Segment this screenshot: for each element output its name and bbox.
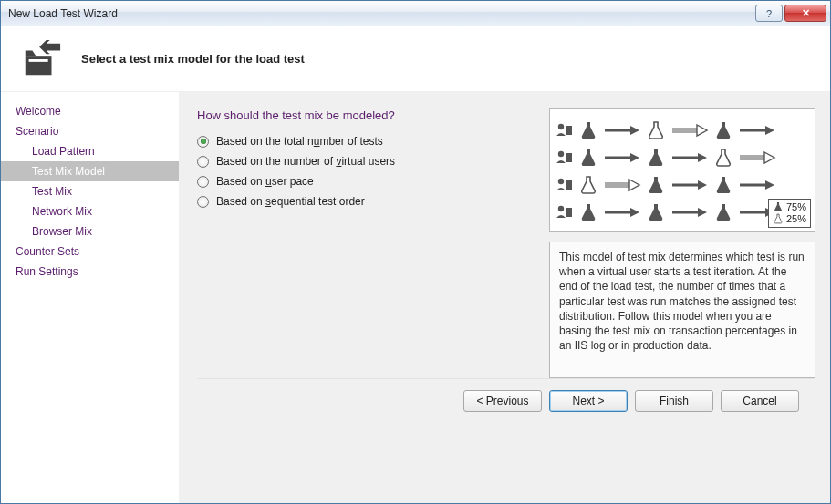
user-icon [556, 122, 574, 139]
radio-icon [197, 156, 209, 168]
arrow-icon [603, 148, 641, 168]
close-icon: ✕ [802, 7, 810, 19]
user-icon [556, 177, 574, 193]
flask-icon [773, 201, 784, 212]
sidebar-item-welcome[interactable]: Welcome [1, 101, 179, 121]
flask-icon [578, 120, 598, 140]
description-text: This model of test mix determines which … [549, 242, 815, 378]
sidebar-item-scenario[interactable]: Scenario [1, 121, 179, 141]
cancel-button[interactable]: Cancel [721, 390, 799, 412]
next-button[interactable]: Next > [549, 390, 628, 412]
page-title: Select a test mix model for the load tes… [81, 52, 305, 66]
arrow-icon [670, 202, 709, 222]
options-column: How should the test mix be modeled? Base… [197, 108, 542, 378]
flask-icon [713, 120, 733, 140]
illustration-column: 75% 25% This model of test mix determine… [549, 108, 815, 378]
sidebar-item-test-mix-model[interactable]: Test Mix Model [1, 161, 179, 181]
option-total-tests[interactable]: Based on the total number of tests [197, 135, 542, 148]
sidebar-item-run-settings[interactable]: Run Settings [1, 262, 179, 282]
flask-icon [578, 148, 598, 168]
arrow-icon [670, 148, 709, 168]
wizard-body: Welcome Scenario Load Pattern Test Mix M… [1, 92, 830, 503]
flask-icon [713, 202, 733, 222]
wizard-header: Select a test mix model for the load tes… [1, 26, 830, 92]
wizard-icon [17, 36, 65, 83]
user-icon [556, 204, 574, 221]
radio-icon [197, 176, 209, 188]
sidebar-item-browser-mix[interactable]: Browser Mix [1, 221, 179, 242]
arrow-outline-icon [738, 148, 776, 168]
sidebar-item-test-mix[interactable]: Test Mix [1, 181, 179, 201]
previous-button[interactable]: < Previous [463, 390, 542, 412]
flask-icon [578, 202, 598, 222]
svg-rect-1 [29, 59, 48, 62]
help-icon: ? [766, 8, 772, 19]
test-mix-illustration: 75% 25% [549, 108, 815, 232]
wizard-footer: < Previous Next > Finish Cancel [197, 378, 815, 422]
flask-icon [646, 175, 666, 195]
option-user-pace[interactable]: Based on user pace [197, 175, 542, 188]
sidebar-item-load-pattern[interactable]: Load Pattern [1, 141, 179, 161]
percent-legend: 75% 25% [768, 199, 811, 228]
sidebar-item-counter-sets[interactable]: Counter Sets [1, 242, 179, 262]
user-icon [556, 149, 574, 166]
content-top: How should the test mix be modeled? Base… [197, 108, 815, 378]
flask-icon [646, 148, 666, 168]
radio-icon [197, 136, 209, 148]
option-label: Based on the number of virtual users [216, 155, 395, 168]
arrow-outline-icon [603, 175, 641, 195]
wizard-window: New Load Test Wizard ? ✕ Select a test m… [0, 0, 831, 504]
arrow-icon [738, 120, 776, 140]
flask-icon [713, 175, 733, 195]
arrow-outline-icon [670, 120, 709, 140]
flask-outline-icon [773, 213, 784, 224]
flask-outline-icon [578, 175, 598, 195]
svg-rect-0 [26, 56, 52, 75]
option-virtual-users[interactable]: Based on the number of virtual users [197, 155, 542, 168]
option-label: Based on sequential test order [216, 195, 365, 208]
wizard-content: How should the test mix be modeled? Base… [179, 92, 830, 503]
option-sequential[interactable]: Based on sequential test order [197, 195, 542, 208]
flask-outline-icon [646, 120, 666, 140]
radio-icon [197, 196, 209, 208]
option-label: Based on the total number of tests [216, 135, 383, 148]
titlebar: New Load Test Wizard ? ✕ [1, 1, 830, 26]
question-label: How should the test mix be modeled? [197, 108, 542, 122]
arrow-icon [738, 175, 776, 195]
flask-outline-icon [713, 148, 733, 168]
option-label: Based on user pace [216, 175, 314, 188]
close-button[interactable]: ✕ [784, 5, 826, 22]
flask-icon [646, 202, 666, 222]
finish-button[interactable]: Finish [635, 390, 713, 412]
sidebar-item-network-mix[interactable]: Network Mix [1, 201, 179, 221]
arrow-icon [603, 120, 641, 140]
window-title: New Load Test Wizard [8, 7, 753, 20]
wizard-sidebar: Welcome Scenario Load Pattern Test Mix M… [1, 92, 179, 503]
arrow-icon [670, 175, 709, 195]
help-button[interactable]: ? [755, 5, 783, 22]
arrow-icon [603, 202, 641, 222]
